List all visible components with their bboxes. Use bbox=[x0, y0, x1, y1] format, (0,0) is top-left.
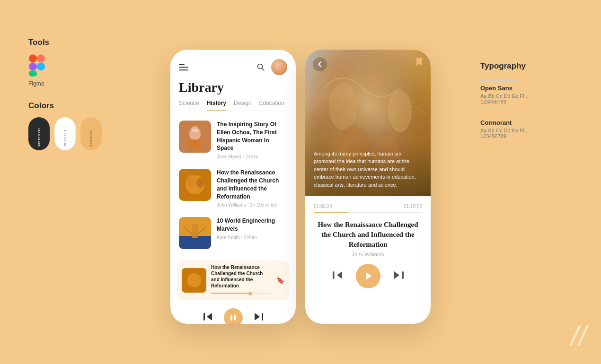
player-track-title: How the Renaissance Challengedthe Church… bbox=[314, 220, 422, 250]
hamburger-line-2 bbox=[179, 67, 188, 68]
left-panel: Tools Figma Colors #2B2B2B #FFFFFF #F0B8… bbox=[28, 38, 104, 150]
playing-title: How the Renaissance Challenged the Churc… bbox=[211, 264, 272, 289]
playing-thumb-art bbox=[182, 268, 206, 293]
progress-track bbox=[211, 293, 272, 294]
svg-point-15 bbox=[196, 178, 204, 188]
phone-library: Library Science History Design Education bbox=[170, 50, 296, 324]
colors-title: Colors bbox=[28, 101, 104, 111]
tab-science[interactable]: Science bbox=[179, 100, 199, 111]
player-info: 01:02:24 01:19:02 How the Renaissance Ch… bbox=[305, 196, 431, 300]
figma-label: Figma bbox=[28, 80, 104, 87]
book-meta-1: Jane Mayer · 24min bbox=[217, 154, 287, 159]
font-item-opensans: Open Sans Aa Bb Cc Dd Ee Ff... 123456789 bbox=[480, 80, 575, 104]
book-item-1[interactable]: The Inspiring Story Of Ellen Ochoa, The … bbox=[170, 116, 296, 164]
hamburger-line-1 bbox=[179, 64, 185, 65]
player-progress-track[interactable] bbox=[314, 212, 422, 213]
svg-rect-4 bbox=[29, 70, 37, 76]
engineering-thumb-art bbox=[179, 217, 211, 249]
phone-player: Among its many principles, humanism prom… bbox=[305, 50, 431, 324]
slash-decoration: // bbox=[571, 321, 587, 350]
font-name-opensans: Open Sans bbox=[480, 85, 575, 92]
book-meta-2: John Williams · 1h 19min left bbox=[217, 202, 287, 208]
tab-history[interactable]: History bbox=[207, 100, 226, 111]
next-button[interactable] bbox=[254, 312, 264, 323]
avatar[interactable] bbox=[271, 59, 287, 75]
phones-container: Library Science History Design Education bbox=[170, 50, 431, 324]
hamburger-line-3 bbox=[179, 69, 188, 70]
book-title-2: How the Renaissance Challenged the Churc… bbox=[217, 169, 287, 200]
svg-marker-23 bbox=[207, 313, 212, 321]
svg-rect-40 bbox=[402, 271, 404, 279]
right-panel: Typography Open Sans Aa Bb Cc Dd Ee Ff..… bbox=[480, 61, 575, 149]
book-info-1: The Inspiring Story Of Ellen Ochoa, The … bbox=[217, 121, 287, 159]
tab-education[interactable]: Education bbox=[259, 100, 284, 111]
player-artwork: Among its many principles, humanism prom… bbox=[305, 50, 431, 196]
player-prev-button[interactable] bbox=[332, 271, 343, 281]
svg-rect-1 bbox=[37, 54, 45, 62]
font-preview-opensans-2: 123456789 bbox=[480, 99, 575, 104]
playing-info: How the Renaissance Challenged the Churc… bbox=[211, 264, 272, 296]
svg-rect-28 bbox=[262, 313, 263, 321]
svg-marker-36 bbox=[337, 271, 342, 279]
swatch-gold-label: #F0B87E bbox=[89, 129, 93, 147]
book-info-2: How the Renaissance Challenged the Churc… bbox=[217, 169, 287, 208]
artwork-bookmark[interactable] bbox=[415, 57, 423, 69]
phone-header bbox=[170, 50, 296, 80]
prev-button[interactable] bbox=[203, 312, 212, 323]
book-title-1: The Inspiring Story Of Ellen Ochoa, The … bbox=[217, 121, 287, 152]
svg-rect-25 bbox=[230, 315, 232, 321]
hamburger-icon[interactable] bbox=[179, 64, 188, 70]
progress-dot bbox=[248, 292, 252, 295]
now-playing-bar: How the Renaissance Challenged the Churc… bbox=[177, 260, 289, 300]
color-swatch-dark: #2B2B2B bbox=[28, 117, 50, 150]
back-button[interactable] bbox=[313, 57, 327, 71]
time-total: 01:19:02 bbox=[404, 204, 422, 209]
font-preview-opensans-1: Aa Bb Cc Dd Ee Ff... bbox=[480, 93, 575, 99]
books-list: The Inspiring Story Of Ellen Ochoa, The … bbox=[170, 111, 296, 259]
svg-marker-39 bbox=[394, 271, 399, 279]
svg-rect-9 bbox=[188, 139, 202, 149]
font-item-cormorant: Cormorant Aa Bb Cc Dd Ee Ff... 123456789 bbox=[480, 115, 575, 139]
book-thumb-2 bbox=[179, 169, 211, 201]
svg-point-14 bbox=[186, 175, 195, 186]
player-progress-row: 01:02:24 01:19:02 bbox=[314, 204, 422, 209]
svg-point-22 bbox=[187, 273, 201, 287]
ellen-thumb-art bbox=[179, 121, 211, 153]
color-swatch-gold: #F0B87E bbox=[80, 117, 102, 150]
player-controls-row bbox=[314, 264, 422, 296]
book-title-3: 10 World Engineering Marvels bbox=[217, 217, 287, 233]
book-meta-3: Kate Smith · 42min bbox=[217, 235, 287, 240]
color-swatches: #2B2B2B #FFFFFF #F0B87E bbox=[28, 117, 104, 150]
artwork-quote: Among its many principles, humanism prom… bbox=[314, 150, 422, 189]
swatch-white-label: #FFFFFF bbox=[63, 129, 67, 146]
player-author: John Williams bbox=[314, 251, 422, 257]
playing-thumb bbox=[182, 268, 206, 293]
player-progress-fill bbox=[314, 212, 348, 213]
svg-rect-2 bbox=[29, 62, 37, 70]
svg-rect-37 bbox=[333, 271, 335, 279]
time-current: 01:02:24 bbox=[314, 204, 332, 209]
page-wrapper: Tools Figma Colors #2B2B2B #FFFFFF #F0B8… bbox=[0, 0, 601, 364]
player-next-button[interactable] bbox=[394, 271, 404, 281]
renaissance-thumb-art bbox=[179, 169, 211, 201]
tools-title: Tools bbox=[28, 38, 104, 47]
svg-rect-20 bbox=[192, 224, 198, 238]
player-play-button[interactable] bbox=[356, 264, 380, 288]
book-item-3[interactable]: 10 World Engineering Marvels Kate Smith … bbox=[170, 212, 296, 254]
svg-rect-0 bbox=[29, 54, 37, 62]
tabs-row: Science History Design Education bbox=[170, 95, 296, 111]
color-swatch-white: #FFFFFF bbox=[54, 117, 76, 150]
svg-marker-27 bbox=[255, 313, 260, 321]
font-name-cormorant: Cormorant bbox=[480, 119, 575, 126]
search-icon[interactable] bbox=[256, 62, 265, 72]
book-info-3: 10 World Engineering Marvels Kate Smith … bbox=[217, 217, 287, 240]
bookmark-icon[interactable]: 🔖 bbox=[276, 277, 284, 284]
pause-button[interactable] bbox=[224, 308, 243, 324]
book-item-2[interactable]: How the Renaissance Challenged the Churc… bbox=[170, 164, 296, 212]
header-right bbox=[256, 59, 287, 75]
player-controls bbox=[170, 302, 296, 324]
tab-design[interactable]: Design bbox=[234, 100, 251, 111]
svg-rect-3 bbox=[37, 62, 45, 70]
svg-rect-26 bbox=[234, 315, 236, 321]
swatch-dark-label: #2B2B2B bbox=[37, 128, 41, 147]
